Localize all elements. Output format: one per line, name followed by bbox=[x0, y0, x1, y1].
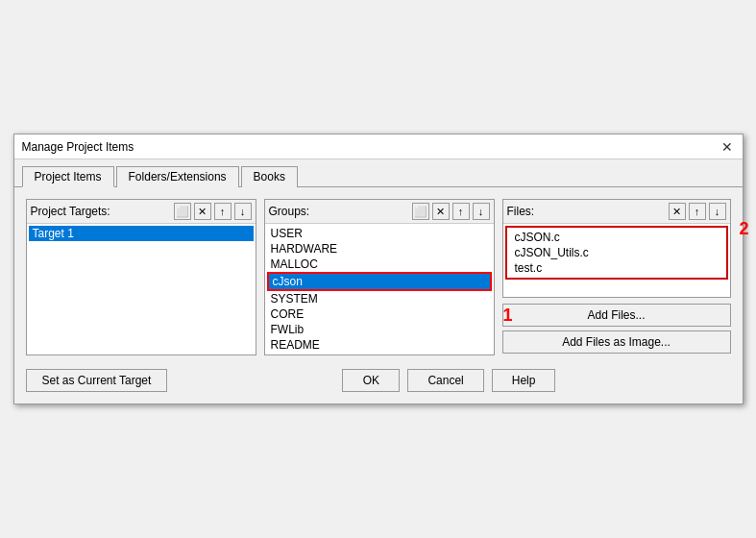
list-item[interactable]: test.c bbox=[511, 260, 722, 276]
list-item[interactable]: SYSTEM bbox=[267, 291, 492, 306]
annotation-2: 2 bbox=[739, 219, 748, 239]
groups-header: Groups: ⬜ ✕ ↑ ↓ bbox=[265, 200, 494, 224]
list-item[interactable]: README bbox=[267, 337, 492, 353]
files-action-buttons: Add Files... Add Files as Image... bbox=[502, 304, 731, 355]
tab-folders-extensions[interactable]: Folders/Extensions bbox=[116, 166, 239, 187]
groups-delete-button[interactable]: ✕ bbox=[432, 203, 450, 220]
close-button[interactable]: ✕ bbox=[719, 140, 735, 154]
list-item[interactable]: cJSON.c bbox=[511, 230, 722, 245]
help-button[interactable]: Help bbox=[492, 369, 556, 392]
add-files-image-button[interactable]: Add Files as Image... bbox=[502, 330, 731, 354]
files-header: Files: ✕ ↑ ↓ bbox=[503, 200, 730, 224]
groups-down-button[interactable]: ↓ bbox=[473, 203, 490, 220]
list-item[interactable]: USER bbox=[267, 226, 492, 241]
list-item[interactable]: cJSON_Utils.c bbox=[511, 245, 722, 260]
groups-label: Groups: bbox=[269, 205, 409, 218]
dialog-action-buttons: OK Cancel Help bbox=[167, 369, 730, 392]
project-targets-header: Project Targets: ⬜ ✕ ↑ ↓ bbox=[27, 200, 256, 224]
annotation-1: 1 bbox=[502, 306, 512, 326]
project-targets-list: Target 1 bbox=[27, 224, 256, 355]
cancel-button[interactable]: Cancel bbox=[407, 369, 483, 392]
files-list: cJSON.c cJSON_Utils.c test.c bbox=[503, 224, 730, 297]
files-panel: Files: ✕ ↑ ↓ cJSON.c cJSON_Utils.c test.… bbox=[502, 199, 731, 298]
dialog-title: Manage Project Items bbox=[22, 140, 134, 154]
files-outlined-box: cJSON.c cJSON_Utils.c test.c bbox=[505, 226, 728, 280]
list-item[interactable]: MALLOC bbox=[267, 257, 492, 272]
targets-new-button[interactable]: ⬜ bbox=[174, 203, 191, 220]
list-item[interactable]: FWLib bbox=[267, 322, 492, 337]
panels-wrapper: Project Targets: ⬜ ✕ ↑ ↓ Target 1 Groups… bbox=[26, 199, 731, 355]
groups-up-button[interactable]: ↑ bbox=[452, 203, 470, 220]
tab-bar: Project Items Folders/Extensions Books bbox=[14, 159, 743, 187]
list-item-cjson[interactable]: cJson bbox=[267, 272, 492, 291]
groups-panel: Groups: ⬜ ✕ ↑ ↓ USER HARDWARE MALLOC cJs… bbox=[264, 199, 495, 355]
tab-books[interactable]: Books bbox=[241, 166, 298, 187]
title-bar: Manage Project Items ✕ bbox=[14, 134, 743, 159]
list-item[interactable]: HARDWARE bbox=[267, 241, 492, 257]
list-item[interactable]: CORE bbox=[267, 306, 492, 322]
files-up-button[interactable]: ↑ bbox=[689, 203, 706, 220]
project-targets-panel: Project Targets: ⬜ ✕ ↑ ↓ Target 1 bbox=[26, 199, 256, 355]
files-delete-button[interactable]: ✕ bbox=[669, 203, 686, 220]
files-down-button[interactable]: ↓ bbox=[709, 203, 726, 220]
ok-button[interactable]: OK bbox=[342, 369, 400, 392]
manage-project-dialog: Manage Project Items ✕ Project Items Fol… bbox=[13, 134, 744, 404]
tab-project-items[interactable]: Project Items bbox=[22, 166, 114, 187]
targets-up-button[interactable]: ↑ bbox=[214, 203, 232, 220]
right-side: Files: ✕ ↑ ↓ cJSON.c cJSON_Utils.c test.… bbox=[502, 199, 731, 355]
dialog-body: Project Targets: ⬜ ✕ ↑ ↓ Target 1 Groups… bbox=[14, 187, 743, 404]
groups-new-button[interactable]: ⬜ bbox=[412, 203, 429, 220]
set-current-target-button[interactable]: Set as Current Target bbox=[26, 369, 168, 392]
groups-list: USER HARDWARE MALLOC cJson SYSTEM CORE F… bbox=[265, 224, 494, 355]
files-label: Files: bbox=[507, 205, 666, 218]
targets-down-button[interactable]: ↓ bbox=[234, 203, 252, 220]
targets-delete-button[interactable]: ✕ bbox=[194, 203, 211, 220]
list-item[interactable]: Target 1 bbox=[29, 226, 254, 241]
project-targets-label: Project Targets: bbox=[31, 205, 171, 218]
add-files-button[interactable]: Add Files... bbox=[502, 304, 731, 327]
bottom-section: Set as Current Target OK Cancel Help bbox=[26, 363, 731, 392]
